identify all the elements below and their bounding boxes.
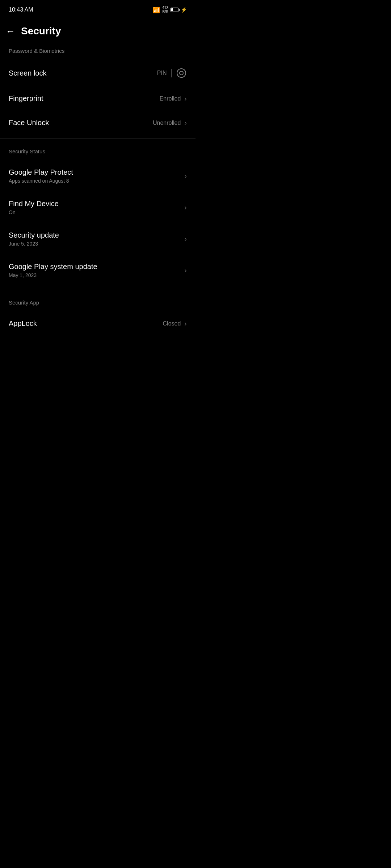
fingerprint-right: Enrolled › [160,94,187,103]
google-play-protect-title: Google Play Protect [9,168,73,176]
applock-status: Closed [163,320,181,327]
google-play-protect-subtitle: Apps scanned on August 8 [9,178,73,184]
applock-left: AppLock [9,319,37,328]
applock-right: Closed › [163,319,187,328]
security-update-item[interactable]: Security update June 5, 2023 › [0,223,196,255]
security-status-section: Security Status Google Play Protect Apps… [0,142,196,286]
google-play-protect-right: › [184,172,187,180]
google-play-system-update-title: Google Play system update [9,263,97,271]
security-app-label: Security App [0,299,196,311]
svg-point-0 [177,69,186,77]
password-biometrics-section: Password & Biometrics Screen lock PIN Fi… [0,48,196,135]
security-update-title: Security update [9,231,59,239]
fingerprint-item[interactable]: Fingerprint Enrolled › [0,86,196,111]
divider-line [171,69,172,77]
security-update-subtitle: June 5, 2023 [9,241,59,247]
screen-lock-right: PIN [157,68,187,78]
screen-lock-status: PIN [157,70,167,76]
applock-chevron-icon: › [184,319,187,328]
fingerprint-status: Enrolled [160,95,181,102]
face-unlock-chevron-icon: › [184,119,187,127]
battery-fill [171,8,173,11]
google-play-system-update-subtitle: May 1, 2023 [9,272,97,278]
security-update-chevron-icon: › [184,235,187,243]
google-play-protect-chevron-icon: › [184,172,187,180]
status-icons: 📶 413B/S ⚡ [153,6,187,14]
security-update-left: Security update June 5, 2023 [9,231,59,247]
applock-item[interactable]: AppLock Closed › [0,311,196,336]
find-my-device-title: Find My Device [9,200,59,208]
google-play-system-update-item[interactable]: Google Play system update May 1, 2023 › [0,255,196,286]
battery-icon [171,8,178,12]
header: ← Security [0,18,196,48]
fingerprint-title: Fingerprint [9,94,43,103]
applock-title: AppLock [9,319,37,328]
svg-point-1 [180,71,183,75]
status-bar: 10:43 AM 📶 413B/S ⚡ [0,0,196,18]
back-button[interactable]: ← [6,26,15,37]
screen-lock-item[interactable]: Screen lock PIN [0,60,196,86]
face-unlock-right: Unenrolled › [153,119,187,127]
face-unlock-status: Unenrolled [153,120,181,126]
status-time: 10:43 AM [9,7,33,13]
find-my-device-item[interactable]: Find My Device On › [0,192,196,223]
find-my-device-subtitle: On [9,209,59,215]
find-my-device-chevron-icon: › [184,203,187,212]
screen-lock-left: Screen lock [9,69,47,77]
face-unlock-title: Face Unlock [9,119,49,127]
section-divider-2 [0,290,196,290]
find-my-device-right: › [184,203,187,212]
settings-gear-icon[interactable] [176,68,187,78]
password-biometrics-label: Password & Biometrics [0,48,196,60]
find-my-device-left: Find My Device On [9,200,59,215]
charging-icon: ⚡ [181,7,187,13]
wifi-icon: 📶 [153,7,160,13]
face-unlock-item[interactable]: Face Unlock Unenrolled › [0,111,196,135]
google-play-system-update-left: Google Play system update May 1, 2023 [9,263,97,278]
google-play-protect-item[interactable]: Google Play Protect Apps scanned on Augu… [0,160,196,192]
google-play-system-update-chevron-icon: › [184,266,187,275]
network-speed: 413B/S [162,6,168,14]
fingerprint-chevron-icon: › [184,94,187,103]
google-play-protect-left: Google Play Protect Apps scanned on Augu… [9,168,73,184]
security-app-section: Security App AppLock Closed › [0,294,196,336]
google-play-system-update-right: › [184,266,187,275]
fingerprint-left: Fingerprint [9,94,43,103]
screen-lock-title: Screen lock [9,69,47,77]
page-title: Security [21,25,61,37]
face-unlock-left: Face Unlock [9,119,49,127]
section-divider-1 [0,139,196,139]
battery-body [171,8,178,12]
security-status-label: Security Status [0,148,196,160]
security-update-right: › [184,235,187,243]
